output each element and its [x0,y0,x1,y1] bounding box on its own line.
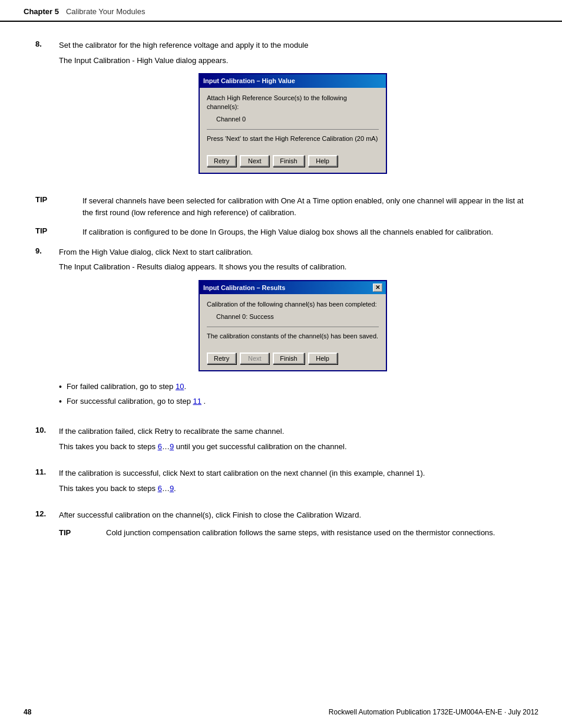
dialog-high-value-finish-button[interactable]: Finish [273,155,304,167]
dialog-high-value-channel: Channel 0 [216,115,379,124]
dialog-results-next-button[interactable]: Next [240,353,269,364]
step-12: 12. After successful calibration on the … [35,509,527,550]
step-11: 11. If the calibration is successful, cl… [35,467,527,498]
step-9-bullets: For failed calibration, go to step 10. F… [59,381,527,408]
tip-2-content: If calibration is configured to be done … [82,226,527,238]
step-10-content: If the calibration failed, click Retry t… [59,426,527,456]
dialog-high-value-retry-button[interactable]: Retry [207,155,236,167]
dialog-results: Input Calibration – Results ✕ Calibratio… [199,280,387,372]
dialog-results-titlebar: Input Calibration – Results ✕ [200,281,386,295]
dialog-high-value-line2: Press 'Next' to start the High Reference… [207,134,379,143]
tip-3-block: TIP Cold junction compensation calibrati… [59,527,527,542]
dialog-results-title: Input Calibration – Results [203,283,285,293]
dialog-results-close-button[interactable]: ✕ [373,284,382,292]
bullet-successful-text: For successful calibration, go to step 1… [67,396,206,407]
step-10-text1: If the calibration failed, click Retry t… [59,426,527,437]
dialog-high-value-next-button[interactable]: Next [240,155,269,167]
page-container: Chapter 5 Calibrate Your Modules 8. Set … [0,0,562,728]
dialog-high-value-line1: Attach High Reference Source(s) to the f… [207,94,379,112]
step-11-number: 11. [35,467,59,476]
step-8-text2: The Input Calibration - High Value dialo… [59,55,527,67]
step-8-text1: Set the calibrator for the high referenc… [59,39,527,51]
step-9-number: 9. [35,246,59,255]
dialog-results-wrapper: Input Calibration – Results ✕ Calibratio… [59,280,527,372]
step-11-link[interactable]: 11 [193,397,201,406]
step-10-back-link6[interactable]: 6 [158,442,162,451]
tip-3-content: Cold junction compensation calibration f… [106,527,527,539]
page-header: Chapter 5 Calibrate Your Modules [0,0,562,22]
step-9-text1: From the High Value dialog, click Next t… [59,246,527,258]
step-8-content: Set the calibrator for the high referenc… [59,39,527,183]
step-11-text2: This takes you back to steps 6…9. [59,483,527,495]
dialog-results-finish-button[interactable]: Finish [273,353,304,364]
bullet-failed-text: For failed calibration, go to step 10. [67,381,186,393]
main-content: 8. Set the calibrator for the high refer… [0,22,562,597]
step-10-number: 10. [35,426,59,434]
dialog-results-buttons: Retry Next Finish Help [200,349,386,370]
dialog-results-retry-button[interactable]: Retry [207,353,236,364]
footer-publication: Rockwell Automation Publication 1732E-UM… [329,708,538,716]
footer-page-number: 48 [24,708,31,716]
dialog-high-value: Input Calibration – High Value Attach Hi… [199,73,387,174]
dialog-results-line1: Calibration of the following channel(s) … [207,300,379,309]
chapter-subtitle: Calibrate Your Modules [66,7,145,16]
dialog-results-body: Calibration of the following channel(s) … [200,294,386,349]
step-9: 9. From the High Value dialog, click Nex… [35,246,527,414]
step-9-text2: The Input Calibration - Results dialog a… [59,261,527,273]
dialog-results-line2: The calibration constants of the channel… [207,332,379,341]
dialog-results-channel: Channel 0: Success [216,312,379,321]
step-9-content: From the High Value dialog, click Next t… [59,246,527,414]
dialog-high-value-buttons: Retry Next Finish Help [200,151,386,173]
step-10-text2: This takes you back to steps 6…9 until y… [59,441,527,453]
dialog-results-help-button[interactable]: Help [308,353,338,364]
tip-3-label: TIP [59,527,106,539]
tip-1-block: TIP If several channels have been select… [35,195,527,218]
page-footer: 48 Rockwell Automation Publication 1732E… [24,708,538,716]
tip-2-label: TIP [35,226,82,235]
dialog-high-value-help-button[interactable]: Help [308,155,338,167]
tip-1-content: If several channels have been selected f… [82,195,527,218]
step-10: 10. If the calibration failed, click Ret… [35,426,527,456]
step-8: 8. Set the calibrator for the high refer… [35,39,527,183]
tip-2-block: TIP If calibration is configured to be d… [35,226,527,238]
step-11-content: If the calibration is successful, click … [59,467,527,498]
dialog-high-value-body: Attach High Reference Source(s) to the f… [200,88,386,152]
dialog-high-value-titlebar: Input Calibration – High Value [200,74,386,88]
step-12-number: 12. [35,509,59,518]
dialog-high-value-wrapper: Input Calibration – High Value Attach Hi… [59,73,527,174]
step-8-number: 8. [35,39,59,48]
step-11-text1: If the calibration is successful, click … [59,467,527,479]
bullet-successful: For successful calibration, go to step 1… [59,396,527,408]
step-10-link[interactable]: 10 [176,382,184,391]
chapter-label: Chapter 5 [24,7,59,16]
bullet-failed: For failed calibration, go to step 10. [59,381,527,393]
dialog-high-value-title: Input Calibration – High Value [203,76,295,86]
step-12-content: After successful calibration on the chan… [59,509,527,550]
tip-1-label: TIP [35,195,82,204]
step-12-text1: After successful calibration on the chan… [59,509,527,521]
step-11-back-link6[interactable]: 6 [158,484,162,493]
